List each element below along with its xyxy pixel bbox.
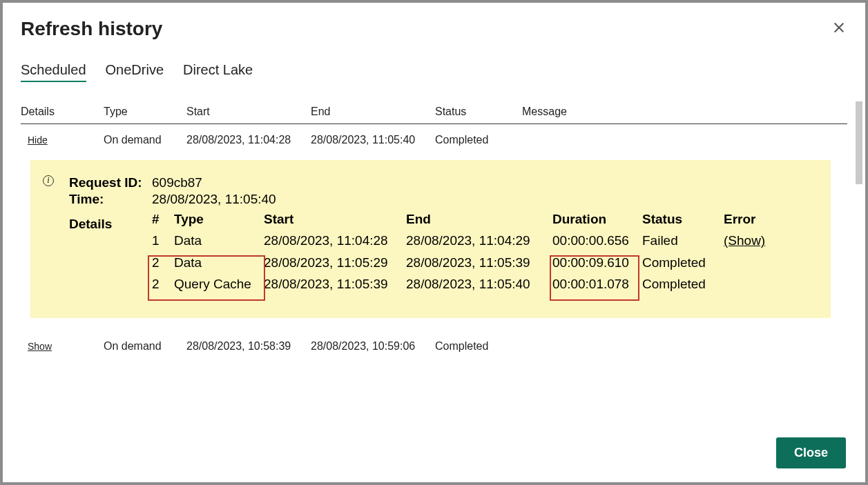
sub-row: 1 Data 28/08/2023, 11:04:28 28/08/2023, … bbox=[152, 230, 811, 251]
col-status: Status bbox=[435, 106, 522, 118]
sub-status: Failed bbox=[642, 230, 724, 251]
sub-col-status: Status bbox=[642, 208, 724, 230]
toggle-hide-link[interactable]: Hide bbox=[21, 135, 48, 146]
row-start: 28/08/2023, 11:04:28 bbox=[186, 134, 311, 146]
sub-status: Completed bbox=[642, 273, 724, 295]
details-meta: Request ID: 609cb87 Time: 28/08/2023, 11… bbox=[44, 175, 811, 207]
history-row: Hide On demand 28/08/2023, 11:04:28 28/0… bbox=[21, 124, 847, 156]
sub-table-header: # Type Start End Duration Status Error bbox=[152, 208, 811, 230]
details-panel: i Request ID: 609cb87 Time: 28/08/2023, … bbox=[30, 160, 831, 318]
sub-col-duration: Duration bbox=[552, 208, 642, 230]
tab-onedrive[interactable]: OneDrive bbox=[106, 62, 164, 82]
refresh-history-dialog: Refresh history Scheduled OneDrive Direc… bbox=[3, 3, 865, 482]
time-value: 28/08/2023, 11:05:40 bbox=[152, 192, 276, 207]
details-sub-table: # Type Start End Duration Status Error 1… bbox=[44, 208, 811, 295]
row-status: Completed bbox=[435, 134, 522, 146]
col-details: Details bbox=[21, 106, 104, 118]
close-icon[interactable] bbox=[833, 22, 845, 33]
dialog-footer: Close bbox=[3, 426, 865, 482]
sub-col-start: Start bbox=[264, 208, 406, 230]
sub-start: 28/08/2023, 11:05:39 bbox=[264, 273, 406, 295]
sub-col-end: End bbox=[406, 208, 552, 230]
content-area: Details Type Start End Status Message Hi… bbox=[3, 89, 865, 426]
sub-end: 28/08/2023, 11:04:29 bbox=[406, 230, 552, 251]
error-show-link[interactable]: (Show) bbox=[724, 233, 765, 248]
sub-num: 1 bbox=[152, 230, 174, 251]
sub-col-error: Error bbox=[724, 208, 779, 230]
row-type: On demand bbox=[104, 134, 186, 146]
sub-row: 2 Data 28/08/2023, 11:05:29 28/08/2023, … bbox=[152, 252, 811, 273]
history-row: Show On demand 28/08/2023, 10:58:39 28/0… bbox=[21, 330, 847, 362]
close-button[interactable]: Close bbox=[776, 437, 846, 468]
row-type: On demand bbox=[104, 340, 186, 353]
sub-start: 28/08/2023, 11:05:29 bbox=[264, 252, 406, 273]
sub-type: Data bbox=[174, 252, 264, 273]
tabs: Scheduled OneDrive Direct Lake bbox=[3, 50, 865, 89]
sub-col-num: # bbox=[152, 208, 174, 230]
col-type: Type bbox=[104, 106, 186, 118]
col-end: End bbox=[311, 106, 435, 118]
row-status: Completed bbox=[435, 340, 522, 353]
sub-type: Query Cache bbox=[174, 273, 264, 295]
sub-row: 2 Query Cache 28/08/2023, 11:05:39 28/08… bbox=[152, 273, 811, 295]
col-start: Start bbox=[186, 106, 311, 118]
sub-end: 28/08/2023, 11:05:40 bbox=[406, 273, 552, 295]
sub-col-type: Type bbox=[174, 208, 264, 230]
request-id-value: 609cb87 bbox=[152, 175, 202, 190]
sub-type: Data bbox=[174, 230, 264, 251]
scrollbar[interactable] bbox=[856, 101, 862, 184]
row-start: 28/08/2023, 10:58:39 bbox=[186, 340, 311, 353]
sub-end: 28/08/2023, 11:05:39 bbox=[406, 252, 552, 273]
request-id-label: Request ID: bbox=[69, 175, 152, 190]
sub-duration: 00:00:01.078 bbox=[552, 273, 642, 295]
row-end: 28/08/2023, 11:05:40 bbox=[311, 134, 435, 146]
sub-duration: 00:00:09.610 bbox=[552, 252, 642, 273]
tab-scheduled[interactable]: Scheduled bbox=[21, 62, 86, 82]
dialog-header: Refresh history bbox=[3, 3, 865, 50]
info-icon: i bbox=[43, 175, 54, 186]
dialog-title: Refresh history bbox=[21, 18, 162, 40]
col-message: Message bbox=[522, 106, 847, 118]
details-label: Details bbox=[69, 217, 112, 232]
column-headers: Details Type Start End Status Message bbox=[21, 101, 847, 124]
time-label: Time: bbox=[69, 192, 152, 207]
sub-num: 2 bbox=[152, 273, 174, 295]
row-end: 28/08/2023, 10:59:06 bbox=[311, 340, 435, 353]
sub-duration: 00:00:00.656 bbox=[552, 230, 642, 251]
sub-num: 2 bbox=[152, 252, 174, 273]
toggle-show-link[interactable]: Show bbox=[21, 341, 52, 352]
sub-status: Completed bbox=[642, 252, 724, 273]
tab-direct-lake[interactable]: Direct Lake bbox=[183, 62, 253, 82]
sub-start: 28/08/2023, 11:04:28 bbox=[264, 230, 406, 251]
